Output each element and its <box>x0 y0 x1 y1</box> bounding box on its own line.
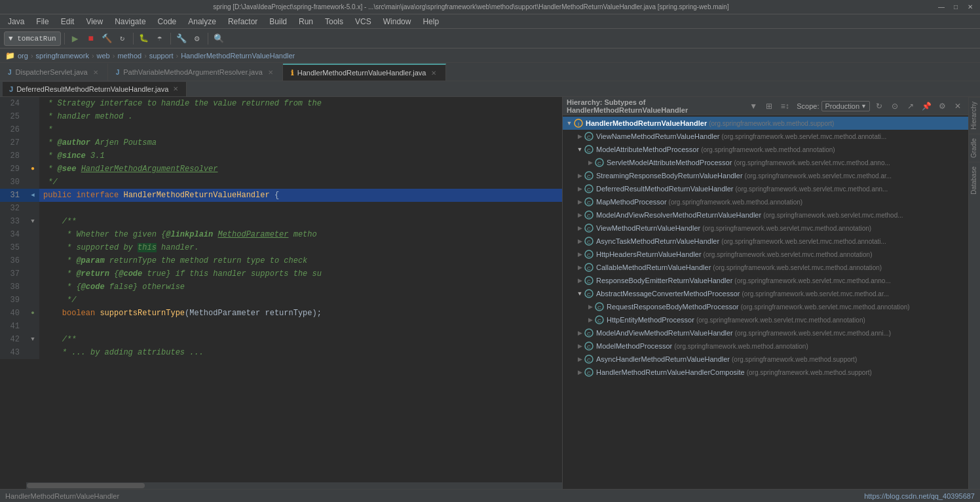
tab2-deferred[interactable]: J DeferredResultMethodReturnValueHandler… <box>3 82 187 96</box>
tree-item-modelandviewresolver[interactable]: ▶ C ModelAndViewResolverMethodReturnValu… <box>563 208 968 222</box>
tab-close-pathvariable[interactable]: ✕ <box>267 68 274 77</box>
breadcrumb-org[interactable]: org <box>18 52 28 60</box>
side-label-database[interactable]: Database <box>969 162 980 199</box>
tree-item-viewmethod[interactable]: ▶ C ViewMethodReturnValueHandler (org.sp… <box>563 222 968 235</box>
tools-icon[interactable]: ⚙ <box>190 31 204 46</box>
tree-item-deferred-text: DeferredResultMethodReturnValueHandler <box>596 185 734 193</box>
hierarchy-btn-1[interactable]: ▼ <box>747 100 760 113</box>
tree-item-root[interactable]: ▼ I HandlerMethodReturnValueHandler (org… <box>563 117 968 130</box>
hierarchy-tree[interactable]: ▼ I HandlerMethodReturnValueHandler (org… <box>563 115 968 489</box>
tree-item-httpheaders[interactable]: ▶ C HttpHeadersReturnValueHandler (org.s… <box>563 248 968 261</box>
menu-help[interactable]: Help <box>417 16 444 28</box>
horizontal-scrollbar[interactable] <box>26 482 562 489</box>
breadcrumb-handler[interactable]: HandlerMethodReturnValueHandler <box>181 52 295 60</box>
code-line-39: 39 */ <box>0 294 562 307</box>
tree-item-callable[interactable]: ▶ C CallableMethodReturnValueHandler (or… <box>563 261 968 274</box>
tree-item-asynctask[interactable]: ▶ C AsyncTaskMethodReturnValueHandler (o… <box>563 235 968 248</box>
search-button[interactable]: 🔍 <box>212 31 226 46</box>
tree-item-modelmethod[interactable]: ▶ C ModelMethodProcessor (org.springfram… <box>563 339 968 353</box>
tree-item-servletmodelattr[interactable]: ▶ C ServletModelAttributeMethodProcessor… <box>563 156 968 169</box>
breadcrumb-web[interactable]: web <box>97 52 110 60</box>
menu-bar: Java File Edit View Navigate Code Analyz… <box>0 14 980 29</box>
menu-build[interactable]: Build <box>264 16 292 28</box>
menu-run[interactable]: Run <box>293 16 318 28</box>
run-button[interactable]: ▶ <box>68 31 83 46</box>
tree-item-modelattr[interactable]: ▼ C ModelAttributeMethodProcessor (org.s… <box>563 143 968 156</box>
breadcrumb-support[interactable]: support <box>149 52 174 60</box>
menu-tools[interactable]: Tools <box>320 16 349 28</box>
menu-vcs[interactable]: VCS <box>350 16 377 28</box>
class-icon-httpentity: C <box>594 315 605 324</box>
tree-item-asynchandler[interactable]: ▶ C AsyncHandlerMethodReturnValueHandler… <box>563 353 968 366</box>
menu-file[interactable]: File <box>31 16 54 28</box>
class-icon-requestresponsebody: C <box>594 302 605 311</box>
menu-java[interactable]: Java <box>3 16 29 28</box>
status-url: https://blog.csdn.net/qq_40395687 <box>864 492 975 500</box>
menu-navigate[interactable]: Navigate <box>109 16 151 28</box>
build-button[interactable]: 🔨 <box>100 31 114 46</box>
hierarchy-btn-2[interactable]: ⊞ <box>763 100 776 113</box>
coverage-button[interactable]: ☂ <box>153 31 167 46</box>
tree-item-modelandview[interactable]: ▶ C ModelAndViewMethodReturnValueHandler… <box>563 326 968 339</box>
tree-item-mapmethod[interactable]: ▶ C MapMethodProcessor (org.springframew… <box>563 195 968 208</box>
class-icon-modelmethod: C <box>584 341 594 351</box>
tree-item-requestresponsebody[interactable]: ▶ C RequestResponseBodyMethodProcessor (… <box>563 300 968 313</box>
tree-item-deferred[interactable]: ▶ C DeferredResultMethodReturnValueHandl… <box>563 182 968 195</box>
scope-dropdown[interactable]: Production ▼ <box>821 101 870 111</box>
breadcrumb-method[interactable]: method <box>117 52 141 60</box>
tab-close-handler[interactable]: ✕ <box>430 69 438 77</box>
code-line-38: 38 * {@code false} otherwise <box>0 280 562 294</box>
tab-close-dispatcher[interactable]: ✕ <box>92 68 100 77</box>
hierarchy-close-icon[interactable]: ✕ <box>951 100 964 113</box>
code-line-33: 33 ▼ /** <box>0 215 562 228</box>
class-icon-responsebody: C <box>584 276 594 285</box>
tree-item-modelandview-pkg: (org.springframework.web.servlet.mvc.met… <box>735 330 891 337</box>
class-icon-viewname: C <box>584 132 594 141</box>
breadcrumb-springframework[interactable]: springframework <box>36 52 89 60</box>
tree-item-composite[interactable]: ▶ C HandlerMethodReturnValueHandlerCompo… <box>563 366 968 379</box>
close-button[interactable]: ✕ <box>966 3 975 12</box>
tree-item-viewname[interactable]: ▶ C ViewNameMethodReturnValueHandler (or… <box>563 130 968 143</box>
menu-code[interactable]: Code <box>153 16 182 28</box>
hierarchy-settings-icon[interactable]: ⚙ <box>935 100 949 113</box>
menu-analyze[interactable]: Analyze <box>183 16 221 28</box>
menu-refactor[interactable]: Refactor <box>223 16 263 28</box>
hierarchy-expand-icon[interactable]: ↗ <box>904 100 917 113</box>
reload-button[interactable]: ↻ <box>115 31 130 46</box>
menu-view[interactable]: View <box>81 16 108 28</box>
hammer-icon[interactable]: 🔧 <box>174 31 189 46</box>
side-label-gradle[interactable]: Gradle <box>969 134 980 162</box>
code-editor[interactable]: 24 * Strategy interface to handle the va… <box>0 97 562 489</box>
expand-icon-asynchandler: ▶ <box>576 356 584 362</box>
maximize-button[interactable]: □ <box>951 3 960 12</box>
class-icon-modelandview: C <box>584 328 594 338</box>
run-config-button[interactable]: ▼ tomcatRun <box>4 31 61 46</box>
code-line-30: 30 */ <box>0 176 562 189</box>
toolbar: ▼ tomcatRun ▶ ■ 🔨 ↻ 🐛 ☂ 🔧 ⚙ 🔍 <box>0 29 980 48</box>
debug-button[interactable]: 🐛 <box>137 31 151 46</box>
tree-item-requestresponsebody-pkg: (org.springframework.web.servlet.mvc.met… <box>741 303 910 311</box>
hierarchy-locate-icon[interactable]: ⊙ <box>888 100 901 113</box>
tree-item-abstractmsg[interactable]: ▼ C AbstractMessageConverterMethodProces… <box>563 287 968 300</box>
tree-item-servletmodelattr-pkg: (org.springframework.web.servlet.mvc.met… <box>734 159 890 166</box>
hierarchy-refresh-icon[interactable]: ↻ <box>873 100 886 113</box>
side-label-hierarchy[interactable]: Hierarchy <box>969 97 980 134</box>
hierarchy-btn-3[interactable]: ≡↕ <box>778 100 791 113</box>
tab-icon-handler: ℹ <box>291 69 293 77</box>
secondary-tab-bar: J DeferredResultMethodReturnValueHandler… <box>0 81 980 97</box>
tree-item-streaming[interactable]: ▶ C StreamingResponseBodyReturnValueHand… <box>563 169 968 182</box>
tree-item-modelandviewresolver-pkg: (org.springframework.web.servlet.mvc.met… <box>763 212 903 219</box>
tree-item-httpentity[interactable]: ▶ C HttpEntityMethodProcessor (org.sprin… <box>563 313 968 326</box>
stop-button[interactable]: ■ <box>84 31 98 46</box>
tab-pathvariable[interactable]: J PathVariableMethodArgumentResolver.jav… <box>108 64 283 81</box>
tab2-label-deferred: DeferredResultMethodReturnValueHandler.j… <box>16 85 168 93</box>
tree-item-responsebody[interactable]: ▶ C ResponseBodyEmitterReturnValueHandle… <box>563 274 968 287</box>
code-line-36: 36 * @param returnType the method return… <box>0 254 562 267</box>
tab2-close-deferred[interactable]: ✕ <box>172 85 179 93</box>
minimize-button[interactable]: — <box>937 3 946 12</box>
tab-dispatcher-servlet[interactable]: J DispatcherServlet.java ✕ <box>0 64 108 81</box>
hierarchy-pin-icon[interactable]: 📌 <box>920 100 933 113</box>
menu-edit[interactable]: Edit <box>56 16 80 28</box>
menu-window[interactable]: Window <box>378 16 417 28</box>
tab-handler-active[interactable]: ℹ HandlerMethodReturnValueHandler.java ✕ <box>283 64 447 81</box>
